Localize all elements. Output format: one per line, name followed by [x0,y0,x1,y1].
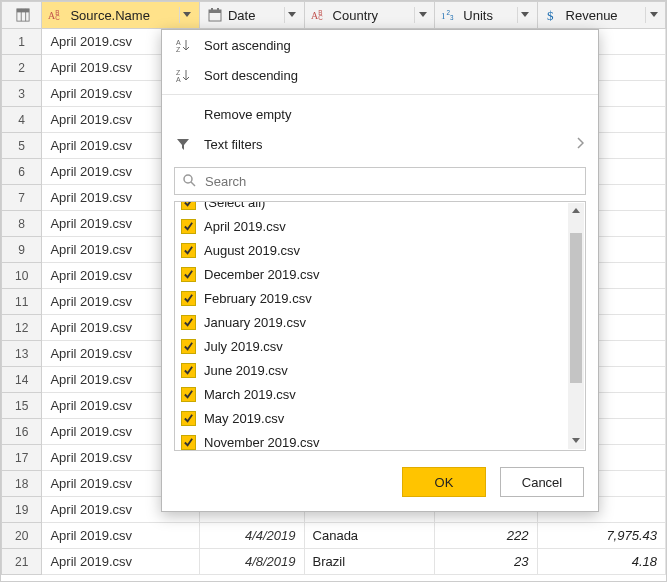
cell-date[interactable]: 4/4/2019 [199,523,304,549]
text-filters-item[interactable]: Text filters [162,129,598,159]
filter-search-input[interactable] [174,167,586,195]
svg-line-29 [191,182,195,186]
column-header-label: Date [228,8,255,23]
checkbox-icon[interactable] [181,315,196,330]
column-header-date[interactable]: Date [199,2,304,29]
filter-option[interactable]: March 2019.csv [181,382,579,406]
svg-text:Z: Z [176,69,181,76]
checkbox-icon[interactable] [181,291,196,306]
checkbox-icon[interactable] [181,243,196,258]
scroll-thumb[interactable] [570,233,582,383]
filter-icon [174,137,192,151]
filter-list-scrollbar[interactable] [568,203,584,449]
filter-option[interactable]: January 2019.csv [181,310,579,334]
row-number[interactable]: 17 [2,445,42,471]
cell-country[interactable]: Canada [304,523,435,549]
currency-type-icon: $ [544,7,562,23]
table-corner-icon[interactable] [2,2,42,29]
filter-option[interactable]: December 2019.csv [181,262,579,286]
cell-units[interactable]: 222 [435,523,537,549]
filter-option-label: May 2019.csv [204,411,284,426]
svg-rect-1 [17,9,29,13]
sort-desc-icon: ZA [174,68,192,82]
checkbox-icon[interactable] [181,219,196,234]
cell-date[interactable]: 4/8/2019 [199,549,304,575]
filter-option-label: January 2019.csv [204,315,306,330]
filter-dropdown-icon[interactable] [645,7,661,23]
filter-option-label: July 2019.csv [204,339,283,354]
row-number[interactable]: 11 [2,289,42,315]
row-number[interactable]: 14 [2,367,42,393]
number-type-icon: 123 [441,7,459,23]
row-number[interactable]: 21 [2,549,42,575]
column-header-country[interactable]: ABC Country [304,2,435,29]
filter-dropdown-icon[interactable] [517,7,533,23]
ok-button[interactable]: OK [402,467,486,497]
sort-asc-icon: AZ [174,38,192,52]
scroll-up-icon[interactable] [568,203,584,219]
filter-option[interactable]: April 2019.csv [181,214,579,238]
filter-option[interactable]: July 2019.csv [181,334,579,358]
filter-values-list: (Select all)April 2019.csvAugust 2019.cs… [174,201,586,451]
cancel-button[interactable]: Cancel [500,467,584,497]
svg-marker-30 [572,208,580,213]
filter-dropdown-icon[interactable] [179,7,195,23]
filter-dropdown-icon[interactable] [284,7,300,23]
row-number[interactable]: 15 [2,393,42,419]
filter-dropdown-icon[interactable] [414,7,430,23]
row-number[interactable]: 6 [2,159,42,185]
checkbox-icon[interactable] [181,387,196,402]
cell-units[interactable]: 23 [435,549,537,575]
table-row[interactable]: 20April 2019.csv4/4/2019Canada2227,975.4… [2,523,666,549]
column-header-units[interactable]: 123 Units [435,2,537,29]
row-number[interactable]: 20 [2,523,42,549]
checkbox-icon[interactable] [181,267,196,282]
checkbox-icon[interactable] [181,435,196,450]
row-number[interactable]: 7 [2,185,42,211]
text-type-icon: ABC [48,7,66,23]
filter-option[interactable]: August 2019.csv [181,238,579,262]
row-number[interactable]: 8 [2,211,42,237]
row-number[interactable]: 4 [2,107,42,133]
svg-text:1: 1 [441,11,446,21]
row-number[interactable]: 10 [2,263,42,289]
column-header-label: Source.Name [70,8,149,23]
row-number[interactable]: 18 [2,471,42,497]
filter-option[interactable]: February 2019.csv [181,286,579,310]
remove-empty-item[interactable]: Remove empty [162,99,598,129]
cell-revenue[interactable]: 7,975.43 [537,523,665,549]
cell-source[interactable]: April 2019.csv [42,523,200,549]
sort-descending-item[interactable]: ZA Sort descending [162,60,598,90]
svg-text:3: 3 [450,14,454,21]
row-number[interactable]: 5 [2,133,42,159]
column-header-revenue[interactable]: $ Revenue [537,2,665,29]
row-number[interactable]: 16 [2,419,42,445]
row-number[interactable]: 19 [2,497,42,523]
checkbox-icon[interactable] [181,201,196,210]
svg-marker-16 [419,12,427,17]
column-header-source[interactable]: ABC Source.Name [42,2,200,29]
scroll-down-icon[interactable] [568,433,584,449]
checkbox-icon[interactable] [181,339,196,354]
row-number[interactable]: 12 [2,315,42,341]
search-icon [182,173,196,190]
row-number[interactable]: 3 [2,81,42,107]
svg-marker-12 [288,12,296,17]
cell-revenue[interactable]: 4.18 [537,549,665,575]
table-row[interactable]: 21April 2019.csv4/8/2019Brazil234.18 [2,549,666,575]
checkbox-icon[interactable] [181,411,196,426]
filter-option-select-all[interactable]: (Select all) [181,201,579,214]
row-number[interactable]: 1 [2,29,42,55]
column-filter-popup: AZ Sort ascending ZA Sort descending Rem… [161,29,599,512]
filter-option[interactable]: November 2019.csv [181,430,579,451]
checkbox-icon[interactable] [181,363,196,378]
sort-ascending-item[interactable]: AZ Sort ascending [162,30,598,60]
filter-option[interactable]: May 2019.csv [181,406,579,430]
filter-option[interactable]: June 2019.csv [181,358,579,382]
row-number[interactable]: 2 [2,55,42,81]
row-number[interactable]: 13 [2,341,42,367]
row-number[interactable]: 9 [2,237,42,263]
text-type-icon: ABC [311,7,329,23]
cell-source[interactable]: April 2019.csv [42,549,200,575]
cell-country[interactable]: Brazil [304,549,435,575]
